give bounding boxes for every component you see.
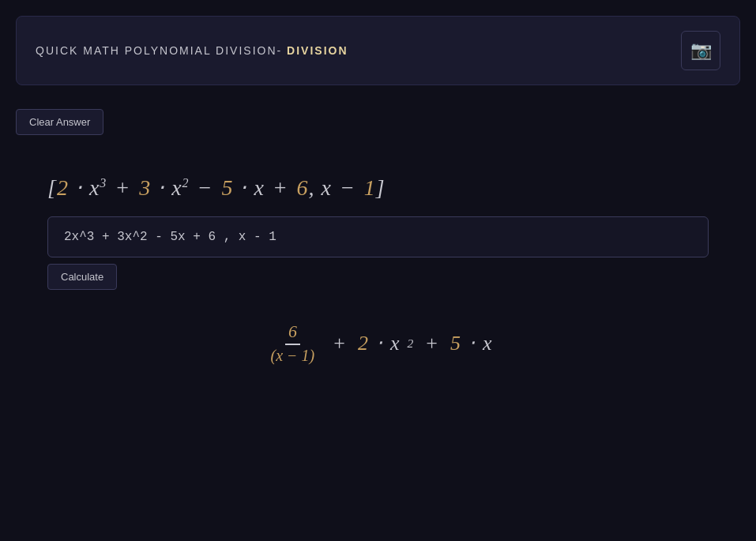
result-expression: 6 (x − 1) + 2 ⋅ x2 + 5 ⋅ x <box>265 321 492 365</box>
fraction-numerator: 6 <box>285 321 300 345</box>
fraction-denominator: (x − 1) <box>268 345 318 365</box>
clear-answer-button[interactable]: Clear Answer <box>16 109 103 135</box>
camera-button[interactable]: 📷 <box>681 31 720 70</box>
calculate-button[interactable]: Calculate <box>47 264 117 290</box>
camera-icon: 📷 <box>690 40 712 61</box>
math-display: [2 ⋅ x3 + 3 ⋅ x2 − 5 ⋅ x + 6, x − 1] <box>16 159 740 209</box>
math-input[interactable] <box>47 216 709 257</box>
input-area: Calculate <box>47 216 709 290</box>
app-container: QUICK MATH POLYNOMIAL DIVISION- DIVISION… <box>0 0 756 541</box>
bracket-expression: [2 ⋅ x3 + 3 ⋅ x2 − 5 ⋅ x + 6, x − 1] <box>47 175 386 200</box>
result-fraction: 6 (x − 1) <box>268 321 318 365</box>
header-bar: QUICK MATH POLYNOMIAL DIVISION- DIVISION… <box>16 16 740 85</box>
result-area: 6 (x − 1) + 2 ⋅ x2 + 5 ⋅ x <box>16 298 740 389</box>
app-title: QUICK MATH POLYNOMIAL DIVISION- DIVISION <box>36 44 348 57</box>
